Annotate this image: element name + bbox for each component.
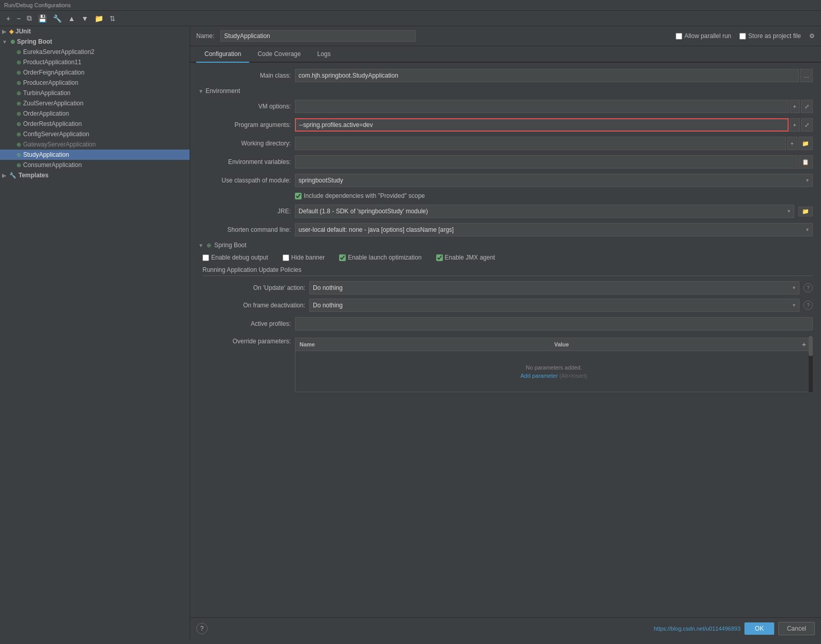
vm-options-expand-button[interactable]: + <box>790 100 800 113</box>
vm-options-input[interactable] <box>295 100 789 113</box>
tree-item-zuul[interactable]: ⊕ ZuulServerApplication <box>0 98 190 108</box>
add-parameter-link[interactable]: Add parameter <box>520 373 558 379</box>
working-directory-expand-button[interactable]: + <box>787 137 797 150</box>
tab-code-coverage[interactable]: Code Coverage <box>249 46 309 63</box>
active-profiles-input[interactable] <box>295 317 813 330</box>
enable-launch-optimization-checkbox[interactable] <box>339 254 346 261</box>
product-icon: ⊕ <box>16 59 21 66</box>
spring-boot-checks-row: Enable debug output Hide banner Enable l… <box>198 254 813 261</box>
program-arguments-input[interactable] <box>295 118 789 132</box>
move-down-button[interactable]: ▼ <box>79 13 90 24</box>
folder-button[interactable]: 📁 <box>92 13 105 24</box>
classpath-module-label: Use classpath of module: <box>198 177 291 184</box>
sort-button[interactable]: ⇅ <box>107 13 118 24</box>
tree-item-order[interactable]: ⊕ OrderApplication <box>0 108 190 119</box>
vm-options-row: VM options: + ⤢ <box>198 100 813 113</box>
ok-button[interactable]: OK <box>744 622 774 635</box>
allow-parallel-run-label[interactable]: Allow parallel run <box>676 32 731 40</box>
store-as-project-file-checkbox[interactable] <box>739 33 746 40</box>
tree-item-gateway[interactable]: ⊕ GatewayServerApplication <box>0 139 190 150</box>
junit-group[interactable]: ▶ ◆ JUnit <box>0 26 190 36</box>
working-directory-browse-button[interactable]: 📁 <box>798 137 813 150</box>
program-arguments-input-group: + ⤢ <box>295 118 813 132</box>
bottom-left: ? <box>196 623 208 634</box>
env-variables-browse-button[interactable]: 📋 <box>798 155 813 169</box>
enable-launch-optimization-label[interactable]: Enable launch optimization <box>339 254 421 261</box>
include-dependencies-label[interactable]: Include dependencies with "Provided" sco… <box>295 192 425 199</box>
tree-item-configserver[interactable]: ⊕ ConfigServerApplication <box>0 129 190 139</box>
settings-button[interactable]: 🔧 <box>51 13 64 24</box>
tree-item-consumer[interactable]: ⊕ ConsumerApplication <box>0 160 190 170</box>
add-parameter-plus-button[interactable]: + <box>800 340 808 348</box>
help-button[interactable]: ? <box>196 623 208 634</box>
enable-jmx-agent-label[interactable]: Enable JMX agent <box>436 254 495 261</box>
shorten-command-line-select[interactable]: user-local default: none - java [options… <box>295 223 813 236</box>
store-file-icon[interactable]: ⚙ <box>809 32 815 40</box>
spring-boot-arrow: ▼ <box>2 39 7 45</box>
working-directory-input[interactable] <box>295 137 786 150</box>
table-scrollbar-thumb[interactable] <box>809 336 813 356</box>
orderfeign-label: OrderFeignApplication <box>23 69 84 76</box>
spring-boot-section-header[interactable]: ▼ ⊕ Spring Boot <box>198 242 813 249</box>
remove-config-button[interactable]: − <box>14 13 23 24</box>
jre-row: JRE: Default (1.8 - SDK of 'springbootSt… <box>198 205 813 218</box>
tree-item-study[interactable]: ⊕ StudyApplication <box>0 150 190 160</box>
templates-group[interactable]: ▶ 🔧 Templates <box>0 170 190 180</box>
on-frame-deactivation-select[interactable]: Do nothing Update classes and resources … <box>309 299 799 312</box>
include-dependencies-text: Include dependencies with "Provided" sco… <box>304 192 425 199</box>
main-class-input[interactable] <box>295 69 799 82</box>
program-arguments-fullscreen-button[interactable]: ⤢ <box>801 118 813 132</box>
on-update-action-select[interactable]: Do nothing Update classes and resources … <box>309 281 799 295</box>
allow-parallel-run-checkbox[interactable] <box>676 33 682 40</box>
save-config-button[interactable]: 💾 <box>36 13 49 24</box>
bottom-bar: ? https://blog.csdn.net/u0114496893 OK C… <box>190 617 821 639</box>
classpath-module-row: Use classpath of module: springbootStudy <box>198 174 813 187</box>
copy-config-button[interactable]: ⧉ <box>25 13 34 24</box>
override-parameters-table-container: Name Value + No parameters added. <box>295 336 813 392</box>
store-as-project-file-label[interactable]: Store as project file <box>739 32 801 40</box>
enable-debug-output-checkbox[interactable] <box>202 254 209 261</box>
env-variables-input[interactable] <box>295 155 797 169</box>
include-dependencies-checkbox[interactable] <box>295 193 302 199</box>
jre-browse-button[interactable]: 📁 <box>798 207 813 216</box>
cancel-button[interactable]: Cancel <box>778 622 815 635</box>
name-input[interactable] <box>220 30 416 42</box>
classpath-module-select[interactable]: springbootStudy <box>295 174 813 187</box>
move-up-button[interactable]: ▲ <box>66 13 77 24</box>
junit-icon: ◆ <box>9 28 13 35</box>
name-bar: Name: Allow parallel run Store as projec… <box>190 26 821 46</box>
left-panel: ▶ ◆ JUnit ▼ ⊕ Spring Boot ⊕ EurekaServer… <box>0 26 190 639</box>
tree-item-turbin[interactable]: ⊕ TurbinApplication <box>0 88 190 98</box>
program-arguments-expand-button[interactable]: + <box>790 118 800 132</box>
configserver-label: ConfigServerApplication <box>23 131 89 138</box>
name-options: Allow parallel run Store as project file… <box>676 32 815 40</box>
main-class-row: Main class: … <box>198 69 813 82</box>
vm-options-fullscreen-button[interactable]: ⤢ <box>801 100 813 113</box>
tree-item-product[interactable]: ⊕ ProductApplication11 <box>0 57 190 67</box>
hide-banner-label[interactable]: Hide banner <box>283 254 325 261</box>
jre-select[interactable]: Default (1.8 - SDK of 'springbootStudy' … <box>295 205 794 218</box>
add-param-container: Add parameter (Alt+Insert) <box>300 373 808 379</box>
hide-banner-checkbox[interactable] <box>283 254 289 261</box>
enable-jmx-agent-checkbox[interactable] <box>436 254 443 261</box>
params-table-value-header: Value <box>550 338 796 351</box>
tree-item-orderfeign[interactable]: ⊕ OrderFeignApplication <box>0 67 190 78</box>
tab-logs[interactable]: Logs <box>309 46 339 63</box>
tree-item-eureka[interactable]: ⊕ EurekaServerApplication2 <box>0 47 190 57</box>
on-update-action-select-wrapper: Do nothing Update classes and resources … <box>309 281 799 295</box>
enable-debug-output-label[interactable]: Enable debug output <box>202 254 268 261</box>
on-update-help-icon[interactable]: ? <box>804 283 813 292</box>
add-config-button[interactable]: + <box>4 13 12 24</box>
environment-section-header[interactable]: ▼ Environment <box>198 87 813 95</box>
main-class-browse-button[interactable]: … <box>800 69 813 82</box>
tree-item-producer[interactable]: ⊕ ProducerApplication <box>0 78 190 88</box>
eureka-label: EurekaServerApplication2 <box>23 48 95 56</box>
hide-banner-text: Hide banner <box>291 254 325 261</box>
tree-item-orderrest[interactable]: ⊕ OrderRestApplication <box>0 119 190 129</box>
add-parameter-hint: (Alt+Insert) <box>559 373 587 379</box>
tab-configuration[interactable]: Configuration <box>196 46 249 63</box>
on-frame-deactivation-help-icon[interactable]: ? <box>804 301 813 310</box>
order-icon: ⊕ <box>16 111 21 117</box>
templates-label: Templates <box>18 172 48 179</box>
spring-boot-group[interactable]: ▼ ⊕ Spring Boot <box>0 36 190 47</box>
